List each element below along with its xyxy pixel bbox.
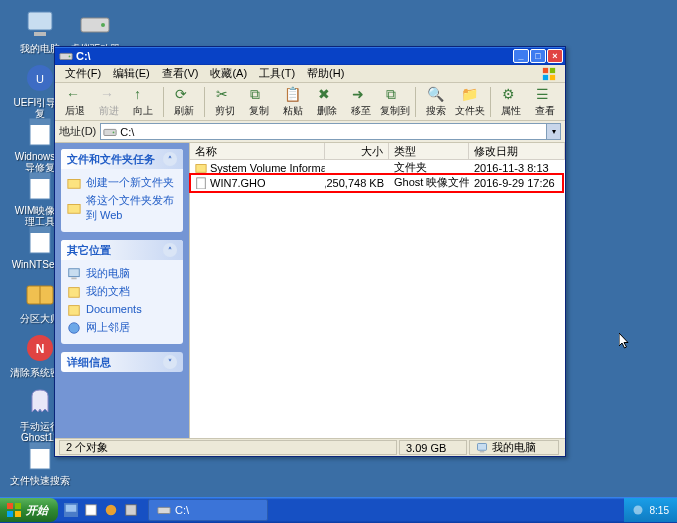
chevron-up-icon: ˄ <box>163 243 177 257</box>
menu-收藏[interactable]: 收藏(A) <box>204 64 253 83</box>
panel-places-header[interactable]: 其它位置 ˄ <box>61 240 183 260</box>
toolbar-搜索[interactable]: 🔍搜索 <box>420 85 452 119</box>
toolbar-粘贴[interactable]: 📋粘贴 <box>277 85 309 119</box>
sidebar-place-link[interactable]: 我的文档 <box>67 284 177 299</box>
minimize-button[interactable]: _ <box>513 49 529 63</box>
clock[interactable]: 8:15 <box>650 505 669 516</box>
svg-rect-33 <box>196 164 206 172</box>
addressbar: 地址(D) C:\ ▾ <box>55 121 565 143</box>
toolbar-属性[interactable]: ⚙属性 <box>495 85 527 119</box>
column-header-大小[interactable]: 大小 <box>325 143 389 159</box>
toolbar-向上[interactable]: ↑向上 <box>127 85 159 119</box>
file-row[interactable]: WIN7.GHO3,250,748 KBGhost 映像文件2016-9-29 … <box>190 175 565 190</box>
panel-tasks-header[interactable]: 文件和文件夹任务 ˄ <box>61 149 183 169</box>
tool-icon: ➜ <box>352 85 370 103</box>
chevron-up-icon: ˄ <box>163 152 177 166</box>
svg-rect-36 <box>480 451 485 453</box>
svg-rect-45 <box>126 505 137 516</box>
partition-icon <box>24 278 56 310</box>
place-icon <box>67 321 81 335</box>
menu-查看[interactable]: 查看(V) <box>156 64 205 83</box>
toolbar-删除[interactable]: ✖删除 <box>311 85 343 119</box>
folder-icon <box>67 176 81 190</box>
sidebar-place-link[interactable]: 我的电脑 <box>67 266 177 281</box>
svg-text:U: U <box>36 73 44 85</box>
titlebar[interactable]: C:\ _ □ × <box>55 47 565 65</box>
uefi-icon: U <box>24 62 56 94</box>
content: 名称大小类型修改日期 System Volume Information文件夹2… <box>189 143 565 438</box>
file-row[interactable]: System Volume Information文件夹2016-11-3 8:… <box>190 160 565 175</box>
computer-icon <box>24 8 56 40</box>
toolbar-后退[interactable]: ←后退 <box>59 85 91 119</box>
menu-工具[interactable]: 工具(T) <box>253 64 301 83</box>
svg-rect-0 <box>28 12 52 30</box>
tool-icon: ⟳ <box>175 85 193 103</box>
windows-logo-icon <box>537 67 561 81</box>
column-headers: 名称大小类型修改日期 <box>190 143 565 160</box>
sidebar: 文件和文件夹任务 ˄ 创建一个新文件夹将这个文件夹发布到 Web 其它位置 ˄ … <box>55 143 189 438</box>
tool-icon: ← <box>66 85 84 103</box>
maximize-button[interactable]: □ <box>530 49 546 63</box>
place-icon <box>67 285 81 299</box>
svg-rect-39 <box>7 511 13 517</box>
column-header-修改日期[interactable]: 修改日期 <box>469 143 565 159</box>
taskbar-task-explorer[interactable]: C:\ <box>148 499 268 521</box>
svg-text:N: N <box>36 342 45 356</box>
menu-编辑[interactable]: 编辑(E) <box>107 64 156 83</box>
ql-app3[interactable] <box>122 501 140 519</box>
window-title: C:\ <box>76 50 513 62</box>
statusbar: 2 个对象 3.09 GB 我的电脑 <box>55 438 565 456</box>
status-size: 3.09 GB <box>399 440 467 455</box>
toolbar-文件夹[interactable]: 📁文件夹 <box>454 85 486 119</box>
svg-rect-26 <box>68 179 80 188</box>
place-icon <box>67 267 81 281</box>
system-tray[interactable]: 8:15 <box>624 498 677 522</box>
svg-rect-43 <box>86 505 97 516</box>
svg-rect-7 <box>30 119 50 125</box>
svg-rect-40 <box>15 511 21 517</box>
toolbar-查看[interactable]: ☰查看 <box>529 85 561 119</box>
svg-rect-11 <box>30 227 50 233</box>
sidebar-task-link[interactable]: 创建一个新文件夹 <box>67 175 177 190</box>
panel-details-header[interactable]: 详细信息 ˅ <box>61 352 183 372</box>
drive-icon <box>59 49 73 63</box>
toolbar-剪切[interactable]: ✂剪切 <box>209 85 241 119</box>
sidebar-task-link[interactable]: 将这个文件夹发布到 Web <box>67 193 177 223</box>
svg-point-47 <box>633 506 642 515</box>
toolbar-复制[interactable]: ⧉复制 <box>243 85 275 119</box>
tool-icon: ↑ <box>134 85 152 103</box>
svg-rect-35 <box>478 443 487 450</box>
close-button[interactable]: × <box>547 49 563 63</box>
menu-帮助[interactable]: 帮助(H) <box>301 64 350 83</box>
svg-rect-28 <box>69 268 80 276</box>
drive-icon <box>79 8 111 40</box>
panel-details: 详细信息 ˅ <box>61 352 183 372</box>
panel-tasks: 文件和文件夹任务 ˄ 创建一个新文件夹将这个文件夹发布到 Web <box>61 149 183 232</box>
toolbar-刷新[interactable]: ⟳刷新 <box>168 85 200 119</box>
ql-app1[interactable] <box>82 501 100 519</box>
doc-icon <box>24 116 56 148</box>
address-dropdown-button[interactable]: ▾ <box>546 124 560 139</box>
tool-icon: 📋 <box>284 85 302 103</box>
ql-app2[interactable] <box>102 501 120 519</box>
toolbar: ←后退→前进↑向上⟳刷新✂剪切⧉复制📋粘贴✖删除➜移至⧉复制到🔍搜索📁文件夹⚙属… <box>55 83 565 121</box>
sidebar-place-link[interactable]: 网上邻居 <box>67 320 177 335</box>
svg-rect-17 <box>30 443 50 449</box>
sidebar-place-link[interactable]: Documents <box>67 302 177 317</box>
toolbar-separator <box>490 87 491 117</box>
toolbar-移至[interactable]: ➜移至 <box>345 85 377 119</box>
tool-icon: ✖ <box>318 85 336 103</box>
tool-icon: ☰ <box>536 85 554 103</box>
svg-rect-38 <box>15 503 21 509</box>
ql-show-desktop[interactable] <box>62 501 80 519</box>
file-list[interactable]: System Volume Information文件夹2016-11-3 8:… <box>190 160 565 438</box>
column-header-类型[interactable]: 类型 <box>389 143 469 159</box>
chevron-down-icon: ˅ <box>163 355 177 369</box>
column-header-名称[interactable]: 名称 <box>190 143 325 159</box>
toolbar-复制到[interactable]: ⧉复制到 <box>379 85 411 119</box>
ghost-icon <box>24 386 56 418</box>
menu-文件[interactable]: 文件(F) <box>59 64 107 83</box>
start-button[interactable]: 开始 <box>0 498 58 522</box>
address-input[interactable]: C:\ ▾ <box>100 123 561 140</box>
tool-icon: ✂ <box>216 85 234 103</box>
